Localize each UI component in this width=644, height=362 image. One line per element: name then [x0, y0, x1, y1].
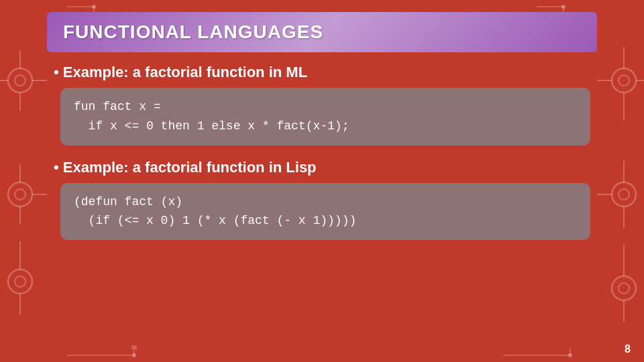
title-bar: FUNCTIONAL LANGUAGES — [47, 12, 597, 52]
slide-content: Example: a factorial function in ML fun … — [47, 64, 597, 253]
page-number: 8 — [625, 343, 631, 355]
code-ml-text: fun fact x = if x <= 0 then 1 else x * f… — [74, 97, 577, 136]
svg-point-22 — [619, 189, 629, 200]
svg-point-1 — [15, 75, 25, 86]
svg-point-43 — [132, 353, 136, 357]
svg-point-11 — [8, 269, 32, 294]
svg-point-26 — [612, 276, 636, 300]
svg-rect-38 — [131, 345, 137, 349]
svg-point-15 — [612, 68, 636, 93]
svg-point-0 — [8, 68, 32, 93]
svg-point-21 — [612, 182, 636, 206]
code-block-lisp: (defun fact (x) (if (<= x 0) 1 (* x (fac… — [60, 183, 590, 241]
svg-point-42 — [561, 5, 566, 9]
svg-point-16 — [619, 75, 629, 86]
bullet-1: Example: a factorial function in ML — [47, 64, 597, 81]
code-lisp-text: (defun fact (x) (if (<= x 0) 1 (* x (fac… — [74, 192, 577, 231]
code-block-ml: fun fact x = if x <= 0 then 1 else x * f… — [60, 88, 590, 145]
svg-point-7 — [15, 189, 25, 200]
slide-title: FUNCTIONAL LANGUAGES — [63, 21, 323, 42]
svg-point-44 — [568, 353, 572, 357]
bullet-2: Example: a factorial function in Lisp — [47, 159, 597, 176]
svg-point-41 — [92, 5, 96, 9]
svg-point-6 — [8, 182, 32, 206]
svg-point-27 — [619, 283, 629, 294]
svg-point-12 — [15, 276, 25, 287]
